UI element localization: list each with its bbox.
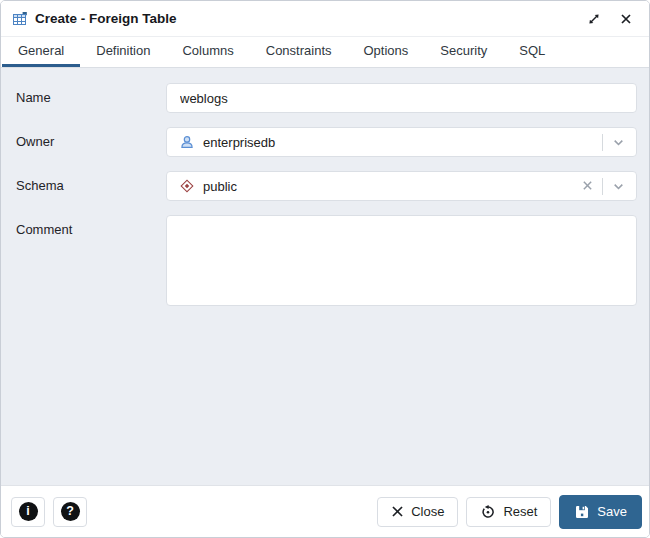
tab-constraints[interactable]: Constraints	[250, 37, 348, 67]
schema-row: Schema public	[16, 171, 637, 201]
info-icon: i	[19, 502, 38, 521]
select-separator	[602, 178, 603, 195]
close-button-label: Close	[411, 504, 444, 519]
general-tab-panel: Name Owner enterprisedb	[1, 68, 649, 485]
schema-select-controls	[580, 178, 627, 195]
owner-label: Owner	[16, 127, 166, 157]
owner-value-text: enterprisedb	[203, 135, 275, 150]
owner-row: Owner enterprisedb	[16, 127, 637, 157]
reset-button-label: Reset	[503, 504, 537, 519]
tab-bar: General Definition Columns Constraints O…	[1, 37, 649, 68]
reset-button[interactable]: Reset	[466, 497, 551, 527]
schema-select[interactable]: public	[166, 171, 637, 201]
schema-label: Schema	[16, 171, 166, 201]
schema-value-text: public	[203, 179, 237, 194]
help-button[interactable]: ?	[53, 497, 87, 527]
select-separator	[602, 134, 603, 151]
foreign-table-icon	[12, 11, 28, 27]
tab-definition[interactable]: Definition	[80, 37, 166, 67]
save-button-label: Save	[597, 504, 627, 519]
chevron-down-icon[interactable]	[610, 180, 627, 193]
tab-sql[interactable]: SQL	[503, 37, 561, 67]
comment-textarea[interactable]	[166, 215, 637, 306]
save-button[interactable]: Save	[559, 495, 642, 529]
titlebar-actions	[585, 10, 635, 28]
comment-label: Comment	[16, 215, 166, 310]
clear-selection-icon[interactable]	[580, 179, 595, 193]
tab-columns[interactable]: Columns	[166, 37, 249, 67]
owner-select-controls	[602, 134, 627, 151]
close-icon[interactable]	[617, 10, 635, 28]
sql-info-button[interactable]: i	[11, 497, 45, 527]
tab-options[interactable]: Options	[348, 37, 425, 67]
schema-selected-value: public	[179, 178, 580, 194]
x-icon	[391, 505, 404, 518]
question-icon: ?	[61, 502, 80, 521]
user-icon	[179, 134, 195, 150]
owner-selected-value: enterprisedb	[179, 134, 602, 150]
chevron-down-icon[interactable]	[610, 136, 627, 149]
dialog-footer: i ? Close Reset	[1, 485, 649, 537]
comment-row: Comment	[16, 215, 637, 310]
tab-general[interactable]: General	[2, 37, 80, 67]
owner-select[interactable]: enterprisedb	[166, 127, 637, 157]
dialog-titlebar: Create - Foreign Table	[1, 1, 649, 37]
create-foreign-table-dialog: Create - Foreign Table General Definitio…	[0, 0, 650, 538]
schema-diamond-icon	[179, 178, 195, 194]
name-row: Name	[16, 83, 637, 113]
dialog-title: Create - Foreign Table	[35, 11, 177, 26]
rotate-left-icon	[480, 504, 496, 520]
name-input[interactable]	[166, 83, 637, 113]
save-floppy-icon	[574, 504, 590, 520]
expand-icon[interactable]	[585, 10, 603, 28]
close-button[interactable]: Close	[377, 497, 458, 527]
tab-security[interactable]: Security	[424, 37, 503, 67]
name-label: Name	[16, 83, 166, 113]
